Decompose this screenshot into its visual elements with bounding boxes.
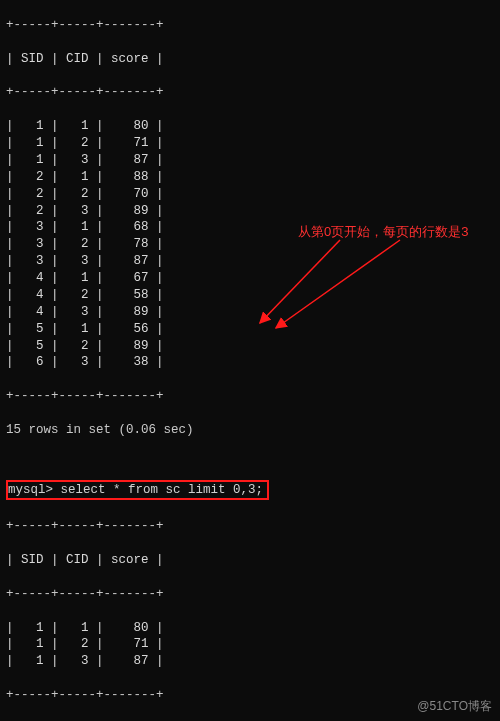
table-row: | 4 | 3 | 89 |	[6, 304, 494, 321]
table-row: | 4 | 1 | 67 |	[6, 270, 494, 287]
table-header-row: | SID | CID | score |	[6, 552, 494, 569]
table-row: | 5 | 2 | 89 |	[6, 338, 494, 355]
table-separator: +-----+-----+-------+	[6, 518, 494, 535]
table-row: | 3 | 3 | 87 |	[6, 253, 494, 270]
table-row: | 1 | 3 | 87 |	[6, 152, 494, 169]
status-line: 15 rows in set (0.06 sec)	[6, 422, 494, 439]
table-header-row: | SID | CID | score |	[6, 51, 494, 68]
table-separator: +-----+-----+-------+	[6, 388, 494, 405]
table-row: | 2 | 1 | 88 |	[6, 169, 494, 186]
table-row: | 1 | 1 | 80 |	[6, 620, 494, 637]
sql-prompt[interactable]: mysql> select * from sc limit 0,3;	[8, 483, 263, 497]
table-row: | 1 | 2 | 71 |	[6, 636, 494, 653]
terminal-output: +-----+-----+-------+ | SID | CID | scor…	[0, 0, 500, 721]
table-separator: +-----+-----+-------+	[6, 586, 494, 603]
table-row: | 1 | 3 | 87 |	[6, 653, 494, 670]
table-separator: +-----+-----+-------+	[6, 17, 494, 34]
table-row: | 5 | 1 | 56 |	[6, 321, 494, 338]
annotation-text: 从第0页开始，每页的行数是3	[298, 223, 468, 241]
table-separator: +-----+-----+-------+	[6, 84, 494, 101]
table-row: | 1 | 1 | 80 |	[6, 118, 494, 135]
table-row: | 2 | 2 | 70 |	[6, 186, 494, 203]
table-row: | 6 | 3 | 38 |	[6, 354, 494, 371]
table-row: | 1 | 2 | 71 |	[6, 135, 494, 152]
table-row: | 2 | 3 | 89 |	[6, 203, 494, 220]
table-row: | 4 | 2 | 58 |	[6, 287, 494, 304]
highlight-box: mysql> select * from sc limit 0,3;	[6, 480, 269, 501]
watermark-text: @51CTO博客	[417, 698, 492, 715]
